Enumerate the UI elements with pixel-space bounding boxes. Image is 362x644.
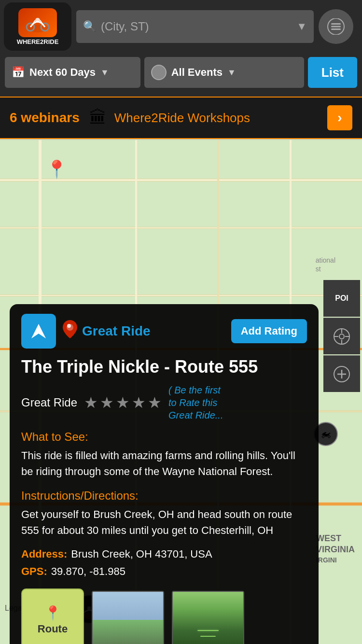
add-rating-label: Add Rating — [241, 325, 297, 337]
event-filter-toggle — [151, 65, 167, 80]
address-label: Address: — [21, 548, 67, 560]
add-rating-button[interactable]: Add Rating — [231, 319, 307, 343]
map-label-national: ational st — [316, 256, 335, 273]
map-pin-icon — [63, 320, 77, 342]
list-button-label: List — [321, 65, 344, 80]
svg-point-14 — [339, 334, 344, 339]
search-placeholder: (City, ST) — [101, 20, 296, 33]
search-bar[interactable]: 🔍 (City, ST) ▼ — [76, 10, 314, 43]
calendar-icon: 📅 — [12, 66, 25, 79]
date-filter-arrow: ▼ — [100, 68, 109, 78]
svg-rect-6 — [331, 26, 341, 28]
map-pin-top: 📍 — [46, 159, 68, 180]
route-button[interactable]: 📍 Route — [21, 588, 84, 644]
ride-type-badge: Great Ride — [63, 320, 224, 342]
app-logo[interactable]: WHERE2RIDE — [4, 2, 71, 51]
add-button[interactable] — [323, 355, 360, 392]
what-to-see-label: What to See: — [21, 430, 307, 444]
ride-type-label: Great Ride — [82, 323, 151, 339]
svg-rect-7 — [331, 28, 341, 30]
instructions-text: Get yourself to Brush Creek, OH and head… — [21, 506, 307, 538]
list-button[interactable]: List — [308, 57, 357, 88]
thumbnail-1[interactable] — [92, 591, 164, 644]
event-filter-button[interactable]: All Events ▼ — [144, 57, 304, 88]
event-filter-arrow: ▼ — [227, 68, 236, 78]
rating-label: Great Ride — [21, 396, 77, 409]
svg-point-3 — [35, 18, 40, 23]
poi-button[interactable]: POI — [323, 280, 360, 317]
event-filter-label: All Events — [171, 66, 223, 79]
gps-value: 39.870, -81.985 — [51, 565, 125, 578]
date-filter-button[interactable]: 📅 Next 60 Days ▼ — [5, 57, 140, 88]
map-background[interactable]: ational st WEST VIRGINIA IRGINI 📍 🏍 Lega… — [0, 140, 362, 644]
search-dropdown-arrow[interactable]: ▼ — [296, 20, 307, 33]
banner-icon: 🏛 — [89, 108, 107, 128]
banner-arrow[interactable]: › — [327, 105, 352, 130]
star-1[interactable]: ★ — [84, 393, 98, 412]
locate-button[interactable] — [323, 318, 360, 354]
logo-icon — [18, 8, 57, 37]
svg-rect-5 — [331, 23, 341, 25]
thumbnails-row: 📍 Route — [21, 588, 307, 644]
date-filter-label: Next 60 Days — [29, 66, 96, 79]
thumbnail-2[interactable] — [172, 591, 244, 644]
star-3[interactable]: ★ — [116, 393, 130, 412]
gps-label: GPS: — [21, 565, 47, 578]
webinar-banner[interactable]: 6 webinars 🏛 Where2Ride Workshops › — [0, 97, 362, 139]
app-header: WHERE2RIDE 🔍 (City, ST) ▼ 📅 Next 60 Days… — [0, 0, 362, 97]
map-controls: POI — [323, 280, 362, 392]
ride-popup-card: Great Ride Add Rating The Triple Nickle … — [10, 304, 319, 644]
webinar-count: 6 webinars — [10, 110, 80, 126]
star-2[interactable]: ★ — [100, 393, 114, 412]
instructions-label: Instructions/Directions: — [21, 489, 307, 503]
rating-row: Great Ride ★ ★ ★ ★ ★ ( Be the firstto Ra… — [21, 384, 307, 421]
route-pin-icon: 📍 — [44, 605, 61, 621]
rate-cta-text: ( Be the firstto Rate thisGreat Ride... — [168, 384, 223, 421]
star-rating[interactable]: ★ ★ ★ ★ ★ — [84, 393, 162, 412]
address-value: Brush Creek, OH 43701, USA — [71, 548, 212, 560]
gps-row: GPS: 39.870, -81.985 — [21, 565, 307, 578]
ride-description: This ride is filled with amazing farms a… — [21, 448, 307, 479]
ride-title: The Triple Nickle - Route 555 — [21, 356, 307, 377]
route-button-label: Route — [38, 623, 68, 635]
poi-label: POI — [335, 294, 348, 303]
address-row: Address: Brush Creek, OH 43701, USA — [21, 548, 307, 560]
search-icon: 🔍 — [83, 20, 96, 33]
star-5[interactable]: ★ — [148, 393, 162, 412]
map-label-west: WEST VIRGINIA IRGINI — [316, 533, 355, 564]
banner-text: Where2Ride Workshops — [114, 111, 327, 126]
svg-point-23 — [67, 324, 71, 328]
star-4[interactable]: ★ — [132, 393, 146, 412]
navigate-button[interactable] — [21, 314, 56, 349]
logo-text: WHERE2RIDE — [17, 38, 59, 45]
menu-button[interactable] — [319, 9, 353, 44]
